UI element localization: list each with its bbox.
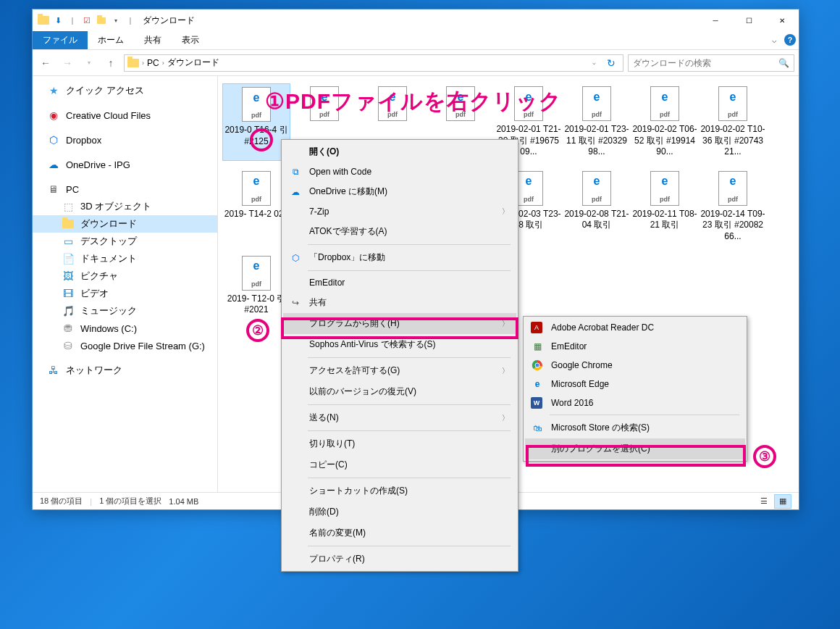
addr-dropdown-icon[interactable]: ⌵ <box>585 54 602 72</box>
sidebar-label: ミュージック <box>80 304 137 317</box>
sub-acrobat[interactable]: AAdobe Acrobat Reader DC <box>525 318 745 337</box>
sidebar-gdrive[interactable]: ⛁Google Drive File Stream (G:) <box>33 337 217 354</box>
file-item[interactable]: epdf2019-02-11 T08-21 取引 <box>631 168 699 246</box>
ribbon-help: ⌵ ? <box>767 33 796 47</box>
pdf-file-icon: epdf <box>239 171 274 206</box>
file-item[interactable]: epdf2019-02-02 T10-36 取引 #2074321... <box>699 83 767 161</box>
status-count: 18 個の項目 <box>40 496 83 507</box>
down-arrow-icon[interactable]: ⬇ <box>51 14 64 27</box>
refresh-icon[interactable]: ↻ <box>602 54 620 72</box>
tab-view[interactable]: 表示 <box>172 31 209 49</box>
chevron-right-icon[interactable]: › <box>142 59 144 67</box>
chevron-right-icon[interactable]: › <box>162 59 164 67</box>
cm-onedrive-move[interactable]: ☁OneDrive に移動(M) <box>283 181 516 202</box>
sidebar-pictures[interactable]: 🖼ピクチャ <box>33 267 217 285</box>
cm-access[interactable]: アクセスを許可する(G)〉 <box>283 360 516 381</box>
close-button[interactable]: ✕ <box>765 9 799 31</box>
cloud-icon: ☁ <box>47 158 60 171</box>
sub-store[interactable]: 🛍Microsoft Store の検索(S) <box>525 417 745 438</box>
check-icon[interactable]: ☑ <box>80 14 93 27</box>
sub-edge[interactable]: eMicrosoft Edge <box>525 375 745 393</box>
sidebar-music[interactable]: 🎵ミュージック <box>33 302 217 320</box>
sidebar-label: PC <box>66 184 79 195</box>
cm-atok[interactable]: ATOKで学習する(A) <box>283 221 516 242</box>
cm-open[interactable]: 開く(O) <box>283 141 516 162</box>
icons-view-icon[interactable]: ▦ <box>774 494 791 509</box>
cm-cut[interactable]: 切り取り(T) <box>283 433 516 454</box>
sub-chrome[interactable]: Google Chrome <box>525 356 745 375</box>
cm-dropbox-move[interactable]: ⬡「Dropbox」に移動 <box>283 247 516 268</box>
sidebar-pc[interactable]: 🖥PC <box>33 180 217 198</box>
sidebar-label: Google Drive File Stream (G:) <box>80 341 205 351</box>
status-size: 1.04 MB <box>169 497 198 506</box>
maximize-button[interactable]: ☐ <box>732 9 765 31</box>
qat-dropdown-icon[interactable]: ▾ <box>109 14 122 27</box>
cm-rename[interactable]: 名前の変更(M) <box>283 522 516 543</box>
cm-shortcut[interactable]: ショートカットの作成(S) <box>283 480 516 501</box>
separator <box>308 244 511 245</box>
file-name-label: 2019-02-01 T23-11 取引 #2032998... <box>564 124 629 158</box>
sidebar-dropbox[interactable]: ⬡Dropbox <box>33 131 217 149</box>
video-icon: 🎞 <box>62 287 75 300</box>
sidebar-quick-access[interactable]: ★クイック アクセス <box>33 82 217 99</box>
file-name-label: 2019-02-02 T06-52 取引 #1991490... <box>632 124 697 158</box>
cm-label: 開く(O) <box>309 146 339 158</box>
breadcrumb-pc[interactable]: PC <box>147 58 159 68</box>
acrobat-icon: A <box>531 322 542 333</box>
cm-label: Microsoft Edge <box>551 379 609 389</box>
cm-send-to[interactable]: 送る(N)〉 <box>283 407 516 428</box>
tab-file[interactable]: ファイル <box>33 31 88 49</box>
file-item[interactable]: epdf2019-02-02 T06-52 取引 #1991490... <box>631 83 699 161</box>
desktop-icon: ▭ <box>62 235 75 248</box>
search-input[interactable] <box>633 58 778 68</box>
cm-sophos[interactable]: Sophos Anti-Virus で検索する(S) <box>283 334 516 355</box>
file-item[interactable]: epdf2019- T12-0 引 #2021 <box>222 253 290 319</box>
cm-delete[interactable]: 削除(D) <box>283 501 516 522</box>
sidebar-network[interactable]: 🖧ネットワーク <box>33 362 217 379</box>
separator <box>308 404 511 405</box>
folder-icon <box>37 14 50 27</box>
sidebar-onedrive[interactable]: ☁OneDrive - IPG <box>33 156 217 173</box>
cm-label: Word 2016 <box>551 398 593 408</box>
search-box[interactable]: 🔍 <box>628 54 794 72</box>
tab-home[interactable]: ホーム <box>88 31 134 49</box>
breadcrumb-folder[interactable]: ダウンロード <box>167 57 219 69</box>
sub-word[interactable]: WWord 2016 <box>525 393 745 412</box>
sidebar-desktop[interactable]: ▭デスクトップ <box>33 233 217 250</box>
cm-open-with[interactable]: プログラムから開く(H)〉 <box>283 313 516 334</box>
tab-share[interactable]: 共有 <box>134 31 172 49</box>
sidebar-windows-c[interactable]: ⛃Windows (C:) <box>33 320 217 337</box>
search-icon[interactable]: 🔍 <box>778 58 789 68</box>
file-item[interactable]: epdf2019-02-08 T21-04 取引 <box>563 168 631 246</box>
sidebar-3dobjects[interactable]: ⬚3D オブジェクト <box>33 198 217 215</box>
sub-choose-another[interactable]: 別のプログラムを選択(C) <box>525 438 745 459</box>
sub-emeditor[interactable]: ▦EmEditor <box>525 337 745 356</box>
cm-7zip[interactable]: 7-Zip〉 <box>283 202 516 221</box>
forward-button[interactable]: → <box>59 54 76 72</box>
file-item[interactable]: epdf2019-02-14 T09-23 取引 #2008266... <box>699 168 767 246</box>
file-item[interactable]: epdf2019-02-01 T23-11 取引 #2032998... <box>563 83 631 161</box>
cm-copy[interactable]: コピー(C) <box>283 454 516 475</box>
cm-open-code[interactable]: ⧉Open with Code <box>283 162 516 181</box>
sidebar-videos[interactable]: 🎞ビデオ <box>33 285 217 302</box>
expand-ribbon-icon[interactable]: ⌵ <box>767 33 781 47</box>
up-button[interactable]: ↑ <box>102 54 119 72</box>
cm-properties[interactable]: プロパティ(R) <box>283 549 516 570</box>
separator <box>308 478 511 478</box>
sidebar-creative-cloud[interactable]: ◉Creative Cloud Files <box>33 107 217 124</box>
back-button[interactable]: ← <box>37 54 54 72</box>
cm-share[interactable]: ↪共有 <box>283 292 516 313</box>
drive-icon: ⛁ <box>62 339 75 352</box>
details-view-icon[interactable]: ☰ <box>755 494 773 509</box>
sidebar-documents[interactable]: 📄ドキュメント <box>33 250 217 267</box>
cm-label: 名前の変更(M) <box>309 527 366 539</box>
cm-emeditor[interactable]: EmEditor <box>283 273 516 292</box>
help-icon[interactable]: ? <box>784 34 796 46</box>
history-dropdown-icon[interactable]: ▾ <box>80 54 98 72</box>
minimize-button[interactable]: ─ <box>699 9 732 31</box>
sidebar-downloads[interactable]: ダウンロード <box>33 215 217 233</box>
file-item[interactable]: epdf2019- T14-2 028 <box>222 168 290 246</box>
status-selected: 1 個の項目を選択 <box>99 496 161 507</box>
cm-prev-version[interactable]: 以前のバージョンの復元(V) <box>283 381 516 402</box>
address-bar[interactable]: › PC › ダウンロード ⌵ ↻ <box>124 54 623 72</box>
